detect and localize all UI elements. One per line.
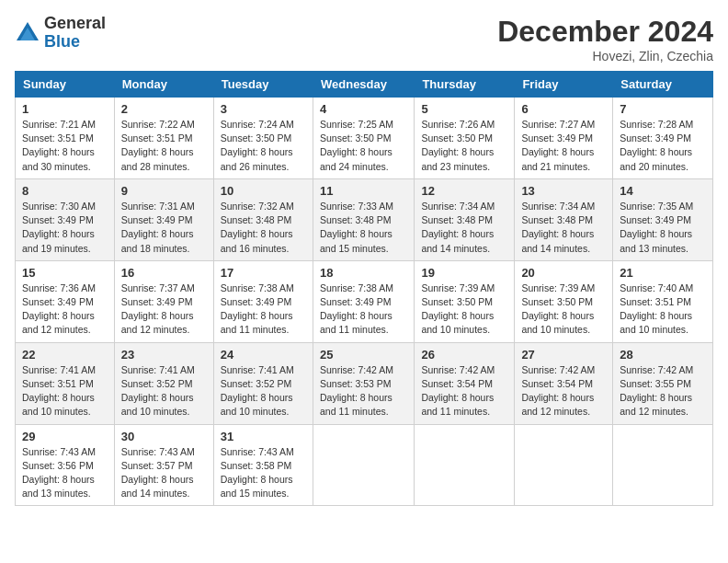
logo-general: General: [44, 15, 106, 33]
calendar-week-4: 29 Sunrise: 7:43 AM Sunset: 3:56 PM Dayl…: [16, 424, 713, 506]
logo-blue: Blue: [44, 33, 106, 52]
calendar-cell: 22 Sunrise: 7:41 AM Sunset: 3:51 PM Dayl…: [16, 342, 115, 424]
column-header-saturday: Saturday: [613, 72, 713, 98]
calendar-week-2: 15 Sunrise: 7:36 AM Sunset: 3:49 PM Dayl…: [16, 260, 713, 342]
day-number: 22: [22, 348, 108, 362]
column-header-tuesday: Tuesday: [213, 72, 313, 98]
calendar-cell: 8 Sunrise: 7:30 AM Sunset: 3:49 PM Dayli…: [16, 178, 115, 260]
calendar-cell: [415, 424, 515, 506]
calendar-cell: 10 Sunrise: 7:32 AM Sunset: 3:48 PM Dayl…: [213, 178, 313, 260]
day-info: Sunrise: 7:36 AM Sunset: 3:49 PM Dayligh…: [22, 282, 108, 338]
day-number: 20: [521, 266, 606, 280]
column-header-thursday: Thursday: [415, 72, 515, 98]
day-info: Sunrise: 7:42 AM Sunset: 3:54 PM Dayligh…: [521, 363, 606, 419]
day-number: 4: [320, 102, 407, 116]
calendar-week-3: 22 Sunrise: 7:41 AM Sunset: 3:51 PM Dayl…: [16, 342, 713, 424]
calendar-table: SundayMondayTuesdayWednesdayThursdayFrid…: [15, 71, 713, 506]
day-number: 13: [521, 184, 606, 198]
calendar-cell: 5 Sunrise: 7:26 AM Sunset: 3:50 PM Dayli…: [415, 98, 515, 179]
day-number: 25: [320, 348, 407, 362]
calendar-cell: 23 Sunrise: 7:41 AM Sunset: 3:52 PM Dayl…: [114, 342, 213, 424]
day-info: Sunrise: 7:35 AM Sunset: 3:49 PM Dayligh…: [620, 200, 706, 256]
calendar-cell: 1 Sunrise: 7:21 AM Sunset: 3:51 PM Dayli…: [16, 98, 115, 179]
calendar-week-1: 8 Sunrise: 7:30 AM Sunset: 3:49 PM Dayli…: [16, 178, 713, 260]
day-number: 11: [320, 184, 407, 198]
day-info: Sunrise: 7:34 AM Sunset: 3:48 PM Dayligh…: [521, 200, 606, 256]
calendar-cell: 27 Sunrise: 7:42 AM Sunset: 3:54 PM Dayl…: [515, 342, 613, 424]
day-number: 23: [121, 348, 207, 362]
calendar-cell: 29 Sunrise: 7:43 AM Sunset: 3:56 PM Dayl…: [16, 424, 115, 506]
day-number: 24: [221, 348, 306, 362]
day-info: Sunrise: 7:41 AM Sunset: 3:52 PM Dayligh…: [121, 363, 207, 419]
day-number: 6: [521, 102, 606, 116]
day-info: Sunrise: 7:39 AM Sunset: 3:50 PM Dayligh…: [421, 282, 507, 338]
day-number: 29: [22, 430, 108, 443]
column-header-friday: Friday: [515, 72, 613, 98]
column-header-monday: Monday: [114, 72, 213, 98]
day-number: 1: [22, 102, 108, 116]
day-info: Sunrise: 7:43 AM Sunset: 3:58 PM Dayligh…: [221, 445, 306, 501]
calendar-cell: 21 Sunrise: 7:40 AM Sunset: 3:51 PM Dayl…: [613, 260, 713, 342]
calendar-cell: 6 Sunrise: 7:27 AM Sunset: 3:49 PM Dayli…: [515, 98, 613, 179]
day-number: 10: [221, 184, 306, 198]
day-info: Sunrise: 7:37 AM Sunset: 3:49 PM Dayligh…: [121, 282, 207, 338]
location: Hovezi, Zlin, Czechia: [497, 49, 713, 63]
calendar-cell: [613, 424, 713, 506]
calendar-cell: 30 Sunrise: 7:43 AM Sunset: 3:57 PM Dayl…: [114, 424, 213, 506]
day-info: Sunrise: 7:39 AM Sunset: 3:50 PM Dayligh…: [521, 282, 606, 338]
calendar-cell: 28 Sunrise: 7:42 AM Sunset: 3:55 PM Dayl…: [613, 342, 713, 424]
calendar-cell: 26 Sunrise: 7:42 AM Sunset: 3:54 PM Dayl…: [415, 342, 515, 424]
calendar-cell: 2 Sunrise: 7:22 AM Sunset: 3:51 PM Dayli…: [114, 98, 213, 179]
day-number: 8: [22, 184, 108, 198]
day-info: Sunrise: 7:43 AM Sunset: 3:56 PM Dayligh…: [22, 445, 108, 501]
logo: General Blue: [15, 15, 106, 52]
day-info: Sunrise: 7:27 AM Sunset: 3:49 PM Dayligh…: [521, 118, 606, 174]
calendar-cell: [313, 424, 414, 506]
page-header: General Blue December 2024 Hovezi, Zlin,…: [15, 15, 713, 63]
title-block: December 2024 Hovezi, Zlin, Czechia: [497, 15, 713, 63]
day-number: 2: [121, 102, 207, 116]
day-number: 15: [22, 266, 108, 280]
month-title: December 2024: [497, 15, 713, 49]
day-info: Sunrise: 7:22 AM Sunset: 3:51 PM Dayligh…: [121, 118, 207, 174]
day-number: 30: [121, 430, 207, 443]
day-info: Sunrise: 7:38 AM Sunset: 3:49 PM Dayligh…: [221, 282, 306, 338]
calendar-header-row: SundayMondayTuesdayWednesdayThursdayFrid…: [16, 72, 713, 98]
calendar-cell: 18 Sunrise: 7:38 AM Sunset: 3:49 PM Dayl…: [313, 260, 414, 342]
day-info: Sunrise: 7:42 AM Sunset: 3:55 PM Dayligh…: [620, 363, 706, 419]
day-number: 3: [221, 102, 306, 116]
calendar-cell: 25 Sunrise: 7:42 AM Sunset: 3:53 PM Dayl…: [313, 342, 414, 424]
calendar-week-0: 1 Sunrise: 7:21 AM Sunset: 3:51 PM Dayli…: [16, 98, 713, 179]
day-info: Sunrise: 7:42 AM Sunset: 3:54 PM Dayligh…: [421, 363, 507, 419]
day-number: 28: [620, 348, 706, 362]
day-info: Sunrise: 7:28 AM Sunset: 3:49 PM Dayligh…: [620, 118, 706, 174]
day-info: Sunrise: 7:24 AM Sunset: 3:50 PM Dayligh…: [221, 118, 306, 174]
calendar-cell: 4 Sunrise: 7:25 AM Sunset: 3:50 PM Dayli…: [313, 98, 414, 179]
day-info: Sunrise: 7:26 AM Sunset: 3:50 PM Dayligh…: [421, 118, 507, 174]
day-number: 5: [421, 102, 507, 116]
calendar-cell: 7 Sunrise: 7:28 AM Sunset: 3:49 PM Dayli…: [613, 98, 713, 179]
calendar-cell: 14 Sunrise: 7:35 AM Sunset: 3:49 PM Dayl…: [613, 178, 713, 260]
calendar-cell: 24 Sunrise: 7:41 AM Sunset: 3:52 PM Dayl…: [213, 342, 313, 424]
calendar-cell: 12 Sunrise: 7:34 AM Sunset: 3:48 PM Dayl…: [415, 178, 515, 260]
logo-text: General Blue: [44, 15, 106, 52]
day-number: 12: [421, 184, 507, 198]
logo-icon: [15, 20, 40, 46]
day-info: Sunrise: 7:41 AM Sunset: 3:52 PM Dayligh…: [221, 363, 306, 419]
day-info: Sunrise: 7:31 AM Sunset: 3:49 PM Dayligh…: [121, 200, 207, 256]
day-number: 7: [620, 102, 706, 116]
calendar-cell: 31 Sunrise: 7:43 AM Sunset: 3:58 PM Dayl…: [213, 424, 313, 506]
day-info: Sunrise: 7:42 AM Sunset: 3:53 PM Dayligh…: [320, 363, 407, 419]
day-info: Sunrise: 7:25 AM Sunset: 3:50 PM Dayligh…: [320, 118, 407, 174]
day-info: Sunrise: 7:41 AM Sunset: 3:51 PM Dayligh…: [22, 363, 108, 419]
day-number: 21: [620, 266, 706, 280]
day-info: Sunrise: 7:38 AM Sunset: 3:49 PM Dayligh…: [320, 282, 407, 338]
calendar-cell: 9 Sunrise: 7:31 AM Sunset: 3:49 PM Dayli…: [114, 178, 213, 260]
calendar-cell: 16 Sunrise: 7:37 AM Sunset: 3:49 PM Dayl…: [114, 260, 213, 342]
day-info: Sunrise: 7:30 AM Sunset: 3:49 PM Dayligh…: [22, 200, 108, 256]
day-number: 31: [221, 430, 306, 443]
calendar-cell: 13 Sunrise: 7:34 AM Sunset: 3:48 PM Dayl…: [515, 178, 613, 260]
column-header-sunday: Sunday: [16, 72, 115, 98]
day-number: 27: [521, 348, 606, 362]
day-info: Sunrise: 7:34 AM Sunset: 3:48 PM Dayligh…: [421, 200, 507, 256]
